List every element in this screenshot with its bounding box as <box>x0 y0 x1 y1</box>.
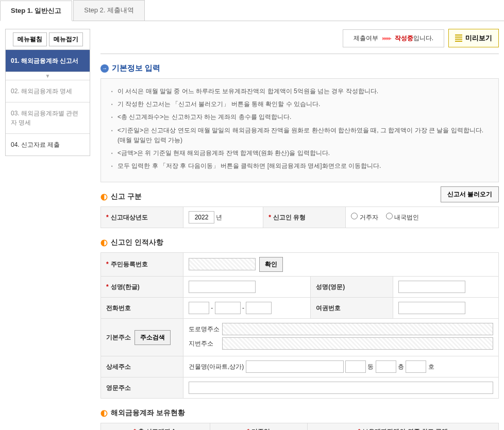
rrn-confirm-button[interactable]: 확인 <box>259 257 283 272</box>
reporter-type-label: 신고인 유형 <box>273 214 306 221</box>
load-report-button[interactable]: 신고서 불러오기 <box>441 186 499 202</box>
radio-resident[interactable]: 거주자 <box>351 214 378 221</box>
addr-building-input[interactable] <box>246 360 344 373</box>
submission-status: 제출여부 ▸▸▸▸ 작성중입니다. <box>343 29 444 47</box>
page-title: 기본정보 입력 <box>112 63 160 73</box>
info-notice-box: 이 서식은 매월 말일 중 어느 하루라도 보유계좌잔액의 합계액이 5억원을 … <box>100 78 499 182</box>
addr-floor-unit: 층 <box>398 363 404 370</box>
phone-input-1[interactable] <box>189 302 209 314</box>
addr-en-input[interactable] <box>189 382 493 394</box>
arrow-icon: ▸▸▸▸ <box>382 35 391 42</box>
sidebar-item-related-persons[interactable]: 03. 해외금융계좌별 관련자 명세 <box>6 102 90 134</box>
passport-label: 여권번호 <box>316 304 341 312</box>
col-date-label: 기준일 <box>251 428 270 430</box>
year-input[interactable] <box>189 211 214 223</box>
section-personal-title: 신고인 인적사항 <box>111 238 163 247</box>
status-value: 작성중 <box>395 35 413 42</box>
addr-dong-unit: 동 <box>367 363 374 370</box>
list-icon <box>455 35 462 42</box>
phone-label: 전화번호 <box>106 304 131 312</box>
addr-road-input <box>222 323 493 335</box>
tab-step1[interactable]: Step 1. 일반신고 <box>0 1 72 21</box>
passport-input[interactable] <box>398 302 465 314</box>
sidebar-item-submit[interactable]: 04. 신고자료 제출 <box>6 134 90 156</box>
info-item: <기준일>은 신고대상 연도의 매월 말일의 해외금융계좌 잔액을 원화로 환산… <box>111 126 488 145</box>
addr-building-label: 건물명(아파트,상가) <box>189 363 244 370</box>
status-label: 제출여부 <box>354 34 378 43</box>
rrn-input <box>189 258 256 270</box>
name-en-input[interactable] <box>398 281 465 293</box>
addr-jibun-label: 지번주소 <box>189 339 222 348</box>
bullet-icon: ◐ <box>100 237 108 247</box>
bullet-icon: ◐ <box>100 408 108 418</box>
address-search-button[interactable]: 주소검색 <box>135 330 171 345</box>
rrn-label: 주민등록번호 <box>111 261 148 268</box>
info-item: <금액>은 위 기준일 현재 해외금융계좌 잔액 합계액(원화 환산)을 입력합… <box>111 148 488 158</box>
addr-jibun-input <box>222 337 493 350</box>
sidebar-item-report-form[interactable]: 01. 해외금융계좌 신고서 <box>6 50 90 72</box>
addr-en-label: 영문주소 <box>106 384 131 391</box>
name-kr-label: 성명(한글) <box>111 283 140 290</box>
addr-ho-unit: 호 <box>428 363 434 370</box>
preview-button[interactable]: 미리보기 <box>448 29 499 47</box>
name-en-label: 성명(영문) <box>316 283 345 290</box>
name-kr-input[interactable] <box>189 281 256 293</box>
bullet-icon: ◐ <box>100 192 108 201</box>
section-holdings-title: 해외금융계좌 보유현황 <box>111 408 185 418</box>
addr-dong-input[interactable] <box>345 360 366 373</box>
chevron-down-icon: ▼ <box>6 72 90 80</box>
status-suffix: 입니다. <box>413 35 433 42</box>
phone-input-2[interactable] <box>215 302 241 314</box>
addr-detail-label: 상세주소 <box>106 363 131 370</box>
col-count-label: 총 신고계좌수 <box>138 428 177 430</box>
radio-corporation[interactable]: 내국법인 <box>386 214 419 221</box>
addr-ho-input[interactable] <box>406 360 426 373</box>
year-unit: 년 <box>216 214 222 221</box>
section-report-type-title: 신고 구분 <box>111 192 142 201</box>
menu-collapse-button[interactable]: 메뉴접기 <box>49 32 83 46</box>
info-item: 이 서식은 매월 말일 중 어느 하루라도 보유계좌잔액의 합계액이 5억원을 … <box>111 87 488 96</box>
phone-input-3[interactable] <box>246 302 272 314</box>
menu-expand-button[interactable]: 메뉴펼침 <box>13 32 47 46</box>
sidebar-item-account-details[interactable]: 02. 해외금융계좌 명세 <box>6 80 90 102</box>
addr-road-label: 도로명주소 <box>189 325 222 334</box>
addr-base-label: 기본주소 <box>106 334 131 341</box>
tab-step2[interactable]: Step 2. 제출내역 <box>73 0 145 21</box>
col-amount-label: 보유계좌잔액의 연중 최고 금액 <box>362 428 448 430</box>
info-item: <총 신고계좌수>는 신고하고자 하는 계좌의 총수를 입력합니다. <box>111 112 488 122</box>
year-label: 신고대상년도 <box>111 214 148 221</box>
info-item: 기 작성한 신고서는 「신고서 불러오기」 버튼을 통해 확인할 수 있습니다. <box>111 99 488 109</box>
addr-floor-input[interactable] <box>376 360 396 373</box>
info-item: 모두 입력한 후 「저장 후 다음이동」 버튼을 클릭하면 [해외금융계좌 명세… <box>111 161 488 171</box>
arrow-right-icon: → <box>100 64 109 73</box>
